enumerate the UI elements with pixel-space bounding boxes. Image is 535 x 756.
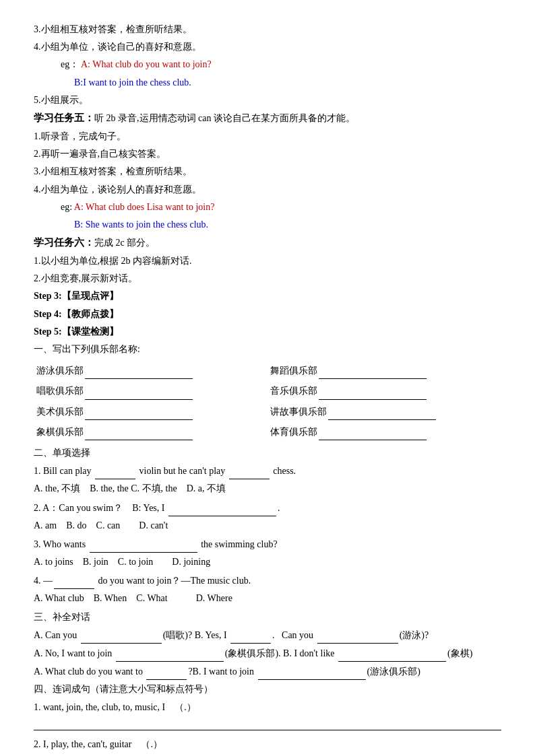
clubs-row-4: 象棋俱乐部 体育俱乐部 [34,421,501,442]
cw1-label: 1. want, join, the, club, to, music, I （… [34,699,501,716]
task5-eg-row: eg: A: What club does Lisa want to join? [61,199,501,215]
eg-a-text: A: What club do you want to join? [81,59,212,69]
q1-opts: A. the, 不填 B. the, the C. 不填, the D. a, … [34,480,501,497]
task5-3: 3.小组相互核对答案，检查所听结果。 [34,163,501,180]
task6-title-row: 学习任务六：完成 2c 部分。 [34,234,501,252]
section1-title: 一、写出下列俱乐部名称: [34,341,501,357]
s3-line3: A. What club do you want to ?B. I want t… [34,662,501,680]
clubs-row-3: 美术俱乐部 讲故事俱乐部 [34,401,501,421]
q4-opts: A. What club B. When C. What D. Where [34,590,501,607]
task3-eg-row: eg： A: What club do you want to join? [61,56,501,73]
step5-label: Step 5:【课堂检测】 [34,323,501,340]
club-right-3: 讲故事俱乐部 [250,401,502,421]
q3-text: 3. Who wants the swimming club? [34,535,501,553]
clubs-table: 游泳俱乐部 舞蹈俱乐部 唱歌俱乐部 音乐俱乐部 美术俱乐部 讲故事俱乐部 象棋俱… [34,360,501,442]
task6-desc: 完成 2c 部分。 [94,238,155,248]
task5-2: 2.再听一遍录音,自己核实答案。 [34,145,501,162]
q2-opts: A. am B. do C. can D. can't [34,517,501,534]
section3-title: 三、补全对话 [34,609,501,625]
task6-1: 1.以小组为单位,根据 2b 内容编新对话. [34,252,501,269]
club-left-1: 游泳俱乐部 [34,360,250,380]
task3-discuss: 4.小组为单位，谈论自己的喜好和意愿。 [34,38,501,55]
cw2-label: 2. I, play, the, can't, guitar （.） [34,736,501,753]
task5-eg-b: B: She wants to join the chess club. [74,219,208,230]
eg-label: eg： [61,59,79,69]
task3-show: 5.小组展示。 [34,92,501,108]
task5-title: 学习任务五： [34,112,94,123]
q4-text: 4. — do you want to join？—The music club… [34,572,501,589]
task3-check: 3.小组相互核对答案，检查所听结果。 [34,21,501,38]
task5-4: 4.小组为单位，谈论别人的喜好和意愿。 [34,181,501,198]
clubs-row-2: 唱歌俱乐部 音乐俱乐部 [34,380,501,401]
task5-eg-a: A: What club does Lisa want to join? [74,202,215,212]
club-right-1: 舞蹈俱乐部 [250,360,502,380]
task5-1: 1.听录音，完成句子。 [34,128,501,145]
s3-line2: A. No, I want to join (象棋俱乐部). B. I don'… [34,644,501,662]
task5-eg-b-row: B: She wants to join the chess club. [74,216,501,233]
cw1-line [34,717,501,730]
section4-title: 四、连词成句（请注意大小写和标点符号） [34,681,501,697]
task5-eg-label: eg: [61,202,72,212]
task5-desc: 听 2b 录音,运用情态动词 can 谈论自己在某方面所具备的才能。 [94,113,355,123]
task6-2: 2.小组竞赛,展示新对话。 [34,270,501,287]
club-right-2: 音乐俱乐部 [250,380,502,401]
section2-title: 二、单项选择 [34,444,501,461]
clubs-row-1: 游泳俱乐部 舞蹈俱乐部 [34,360,501,380]
step4-label: Step 4:【教师点拨】 [34,306,501,322]
task5-title-row: 学习任务五：听 2b 录音,运用情态动词 can 谈论自己在某方面所具备的才能。 [34,109,501,127]
q1-text: 1. Bill can play violin but he can't pla… [34,462,501,479]
club-left-2: 唱歌俱乐部 [34,380,250,401]
club-left-4: 象棋俱乐部 [34,421,250,442]
club-left-3: 美术俱乐部 [34,401,250,421]
club-right-4: 体育俱乐部 [250,421,502,442]
page-content: 3.小组相互核对答案，检查所听结果。 4.小组为单位，谈论自己的喜好和意愿。 e… [34,21,501,756]
s3-line1: A. Can you (唱歌)? B. Yes, I . Can you (游泳… [34,626,501,644]
q3-opts: A. to joins B. join C. to join D. joinin… [34,553,501,570]
eg-b-text: B:I want to join the chess club. [74,77,191,88]
q2-text: 2. A：Can you swim？ B: Yes, I . [34,499,501,516]
task6-title: 学习任务六： [34,237,94,248]
step3-label: Step 3:【呈现点评】 [34,287,501,304]
task3-eg-b-row: B:I want to join the chess club. [74,74,501,91]
